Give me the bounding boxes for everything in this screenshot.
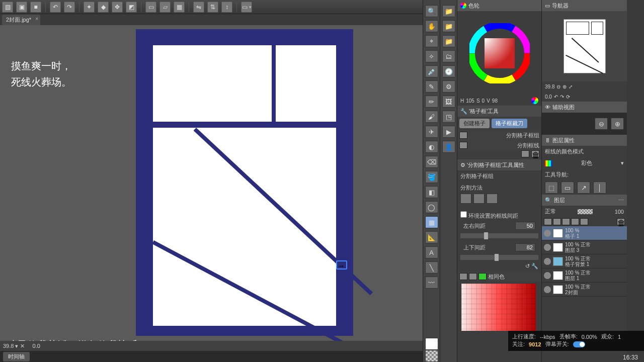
divider-handle-icon[interactable]: →: [336, 260, 347, 269]
lyr-btn2-icon[interactable]: [553, 218, 561, 225]
folder1-icon[interactable]: 📁: [442, 5, 455, 17]
navigator-thumbnail[interactable]: [542, 11, 627, 81]
select-icon[interactable]: ▭: [145, 2, 156, 13]
new-subtool-icon[interactable]: [521, 150, 529, 157]
rotate-right-icon[interactable]: ↷: [560, 94, 564, 100]
blend-mode-row[interactable]: 正常 100: [542, 206, 627, 217]
layers-stack-icon[interactable]: 🗂: [442, 50, 455, 62]
material-icon[interactable]: 🖼: [442, 96, 455, 108]
fill-icon[interactable]: 🪣: [425, 171, 438, 183]
flip-v-icon[interactable]: ⇅: [207, 2, 218, 13]
visibility-icon[interactable]: [544, 272, 551, 279]
paste-icon[interactable]: ◆: [98, 2, 109, 13]
lyr-btn3-icon[interactable]: [562, 218, 570, 225]
create-frame-button[interactable]: 创建格子: [459, 119, 490, 128]
zoom-out-icon[interactable]: ⊖: [556, 84, 560, 89]
new-file-icon[interactable]: ▧: [2, 2, 13, 13]
fg-color-swatch[interactable]: [425, 338, 438, 350]
close-icon[interactable]: ×: [35, 16, 38, 22]
top-spacing-slider[interactable]: [460, 255, 538, 260]
cut-icon[interactable]: ✦: [84, 2, 95, 13]
redo-icon[interactable]: ↷: [64, 2, 75, 13]
rotate-icon[interactable]: ◩: [126, 2, 137, 13]
left-spacing-slider[interactable]: [460, 233, 538, 238]
text-icon[interactable]: A: [425, 246, 438, 258]
delete-subtool-icon[interactable]: 🗑: [531, 150, 539, 157]
shape-icon[interactable]: ◯: [425, 201, 438, 213]
color-picker-icon[interactable]: [531, 97, 538, 104]
action-icon[interactable]: ⚙: [442, 80, 455, 93]
pencil-icon[interactable]: ✏: [425, 96, 438, 108]
airbrush-icon[interactable]: ✈: [425, 126, 438, 138]
frame-crop-button[interactable]: 格子框裁刀: [492, 119, 527, 128]
lyr-trash-icon[interactable]: 🗑: [617, 218, 625, 225]
magnify-icon[interactable]: 🔍: [425, 5, 438, 17]
open-file-icon[interactable]: ▣: [16, 2, 27, 13]
anim-icon[interactable]: ▶: [442, 126, 455, 138]
lyr-btn5-icon[interactable]: [580, 218, 588, 225]
line-icon[interactable]: ╲: [425, 261, 438, 274]
folder3-icon[interactable]: 📁: [442, 35, 455, 47]
color-wheel[interactable]: [457, 11, 541, 96]
tn2-icon[interactable]: ▭: [561, 182, 574, 194]
wrench-small-icon[interactable]: 🔧: [531, 263, 538, 269]
visibility-icon[interactable]: [544, 258, 551, 265]
panel-top-right[interactable]: [276, 45, 336, 122]
eyedropper-icon[interactable]: 💉: [425, 65, 438, 77]
tn1-icon[interactable]: ⬚: [545, 182, 558, 194]
reset-spacing-icon[interactable]: ↺: [525, 263, 530, 269]
bg-color-swatch[interactable]: [425, 350, 438, 362]
flip-h-icon[interactable]: ⇋: [193, 2, 204, 13]
lyr-btn1-icon[interactable]: [544, 218, 552, 225]
qa-zoom-in-icon[interactable]: ⊕: [611, 118, 624, 130]
pal-btn2-icon[interactable]: [469, 273, 477, 280]
document-tab[interactable]: 2封面.jpg* ×: [2, 15, 40, 25]
history-icon[interactable]: 🕘: [442, 65, 455, 77]
top-spacing-field[interactable]: 82: [515, 243, 535, 251]
eraser-icon[interactable]: ⌫: [425, 156, 438, 168]
3d-icon[interactable]: ◳: [442, 111, 455, 123]
lyr-btn4-icon[interactable]: [571, 218, 579, 225]
visibility-icon[interactable]: [544, 230, 551, 237]
split-mode-3-icon[interactable]: [487, 194, 498, 204]
tn3-icon[interactable]: ↗: [577, 182, 590, 194]
panel-bottom[interactable]: [153, 128, 336, 326]
visibility-icon[interactable]: [544, 286, 551, 293]
pen-icon[interactable]: ✎: [425, 80, 438, 93]
zoom-fit-icon[interactable]: ⤢: [569, 84, 573, 89]
move-icon[interactable]: ✥: [112, 2, 123, 13]
border-color-mode-select[interactable]: 彩色▾: [542, 157, 627, 169]
timeline-tab[interactable]: 时间轴: [3, 352, 30, 361]
frame-tool-icon[interactable]: ▦: [425, 216, 438, 228]
visibility-icon[interactable]: [544, 244, 551, 251]
pal-add-icon[interactable]: [478, 273, 487, 280]
brush-icon[interactable]: 🖌: [425, 111, 438, 123]
quick-access-header[interactable]: 👁 辅助视图: [542, 102, 627, 113]
layer-row[interactable]: 100 % 正常图层 1: [542, 268, 627, 283]
layer-row-selected[interactable]: 100 %格子 1: [542, 226, 627, 240]
layer-property-header[interactable]: 🎚 图层属性: [542, 135, 627, 146]
layer-row[interactable]: 100 % 正常2封面: [542, 283, 627, 297]
grid-icon[interactable]: ▦: [174, 2, 185, 13]
navigator-header[interactable]: ▭ 导航器: [542, 0, 627, 11]
angle-readout[interactable]: 0.0: [33, 343, 40, 349]
subtool-row-2[interactable]: 分割框线: [457, 140, 541, 150]
layer-options-icon[interactable]: ⋯: [618, 197, 624, 204]
subtool-row-1[interactable]: 分割格子框组: [457, 130, 541, 140]
env-spacing-checkbox[interactable]: [460, 211, 467, 218]
hand-icon[interactable]: ✋: [425, 20, 438, 32]
layer-row[interactable]: 100 % 正常图层 3: [542, 240, 627, 254]
zoom-in-icon[interactable]: ⊕: [562, 84, 567, 89]
ruler-icon[interactable]: 📐: [425, 231, 438, 243]
wand-icon[interactable]: ✧: [425, 50, 438, 62]
view-dropdown-icon[interactable]: ▭: [241, 2, 252, 13]
zoom-readout[interactable]: 39.8 ▾ ✕: [3, 343, 25, 349]
folder2-icon[interactable]: 📁: [442, 20, 455, 32]
rotate-left-icon[interactable]: ↶: [554, 94, 558, 100]
color-panel-header[interactable]: 色轮: [457, 0, 541, 11]
tn4-icon[interactable]: │: [593, 182, 606, 194]
canvas-workspace[interactable]: 摸鱼爽一时， 死线火葬场。 → 稿子使我苟活，摸鱼使我快乐: [0, 25, 423, 347]
undo-icon[interactable]: ↶: [50, 2, 61, 13]
rotate-reset-icon[interactable]: ⟳: [566, 94, 570, 100]
gradient-icon[interactable]: ◧: [425, 186, 438, 198]
